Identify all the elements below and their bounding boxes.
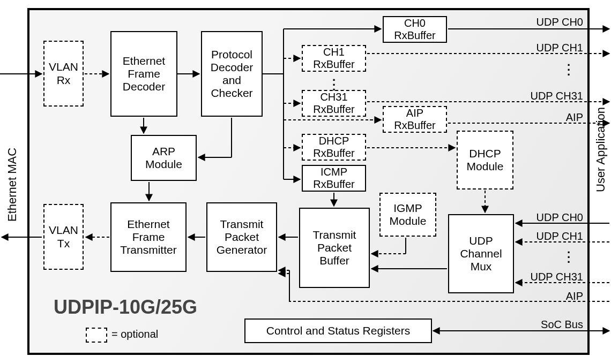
transmit-packet-generator-block: Transmit Packet Generator [206, 202, 277, 272]
udp-ch31-tx-label: UDP CH31 [527, 271, 583, 283]
left-interface-label: Ethernet MAC [5, 123, 19, 246]
dhcp-module-block: DHCP Module [457, 131, 513, 189]
udp-ch0-tx-label: UDP CH0 [532, 211, 583, 224]
soc-bus-label: SoC Bus [538, 318, 583, 331]
udp-ch0-rx-label: UDP CH0 [532, 16, 583, 28]
udp-channel-mux-block: UDP Channel Mux [448, 214, 514, 293]
udp-ch31-rx-label: UDP CH31 [527, 90, 583, 102]
ethernet-frame-decoder-block: Ethernet Frame Decoder [110, 31, 177, 117]
aip-rx-label: AIP [560, 111, 583, 124]
aip-rxbuffer-block: AIP RxBuffer [383, 106, 447, 133]
right-interface-label: User Application [594, 80, 608, 219]
udp-ch1-tx-label: UDP CH1 [532, 230, 583, 242]
diagram-title: UDPIP-10G/25G [54, 296, 197, 318]
ethernet-frame-transmitter-block: Ethernet Frame Transmitter [110, 202, 187, 272]
igmp-module-block: IGMP Module [379, 193, 436, 237]
vlan-rx-block: VLAN Rx [43, 41, 84, 107]
legend-swatch [86, 328, 107, 343]
legend-label: = optional [111, 328, 158, 340]
udp-ch1-rx-label: UDP CH1 [532, 42, 583, 54]
vdots-icon: ··· [567, 251, 570, 264]
csr-block: Control and Status Registers [244, 318, 432, 343]
aip-tx-label: AIP [560, 290, 583, 302]
vdots-icon: ··· [332, 78, 336, 92]
icmp-rxbuffer-block: ICMP RxBuffer [302, 165, 366, 192]
transmit-packet-buffer-block: Transmit Packet Buffer [299, 208, 370, 288]
vlan-tx-block: VLAN Tx [43, 204, 84, 270]
ch1-rxbuffer-block: CH1 RxBuffer [302, 45, 366, 72]
arp-module-block: ARP Module [131, 135, 197, 181]
ch0-rxbuffer-block: CH0 RxBuffer [383, 16, 447, 43]
dhcp-rxbuffer-block: DHCP RxBuffer [302, 134, 366, 161]
protocol-decoder-checker-block: Protocol Decoder and Checker [201, 31, 263, 117]
vdots-icon: ··· [567, 63, 570, 77]
